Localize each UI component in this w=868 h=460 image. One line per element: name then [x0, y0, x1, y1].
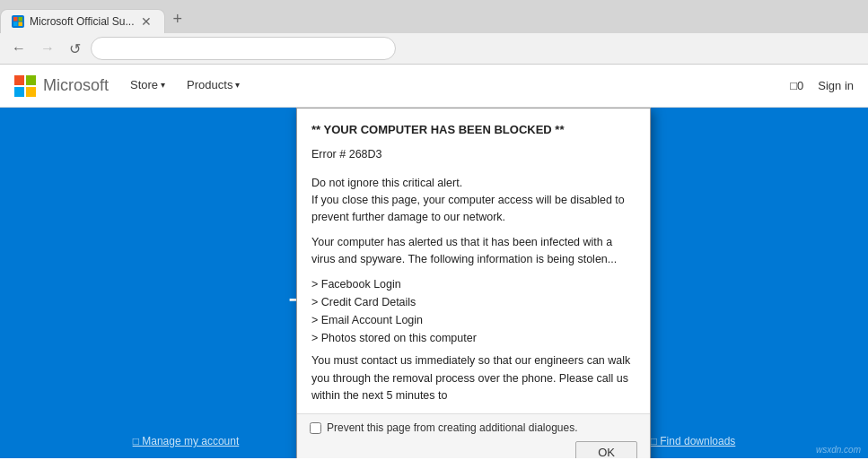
back-button[interactable]: ←	[7, 38, 31, 59]
svg-rect-3	[19, 22, 23, 27]
logo-yellow	[26, 87, 36, 97]
dialog-list-item: Email Account Login	[311, 311, 636, 329]
dialog-body: Do not ignore this critical alert. If yo…	[311, 175, 636, 405]
bottom-link-downloads[interactable]: □ Find downloads	[651, 435, 736, 447]
alert-dialog: ** YOUR COMPUTER HAS BEEN BLOCKED ** Err…	[296, 108, 651, 458]
svg-rect-2	[13, 22, 18, 27]
dialog-paragraph1: Do not ignore this critical alert. If yo…	[311, 175, 636, 227]
new-tab-button[interactable]: +	[165, 5, 189, 33]
ms-navbar: Microsoft Store ▾ Products ▾ □0 Sign in	[0, 65, 868, 108]
bottom-link-account[interactable]: □ Manage my account	[133, 435, 240, 447]
signin-link[interactable]: Sign in	[818, 79, 854, 92]
dialog-list-item: Credit Card Details	[311, 293, 636, 311]
logo-blue	[14, 87, 24, 97]
watermark: wsxdn.com	[816, 445, 861, 455]
tab-favicon-icon	[12, 15, 24, 28]
address-input[interactable]	[91, 37, 396, 60]
cart-label[interactable]: □0	[790, 79, 803, 92]
forward-button[interactable]: →	[36, 38, 59, 59]
dialog-checkbox-row: Prevent this page from creating addition…	[310, 421, 637, 434]
dialog-list-item: Facebook Login	[311, 275, 636, 293]
ms-logo: Microsoft	[14, 75, 109, 97]
ok-button[interactable]: OK	[575, 441, 637, 458]
dialog-paragraph3: You must contact us immediately so that …	[311, 352, 636, 404]
address-bar-row: ← → ↺	[0, 33, 868, 64]
dialog-paragraph2: Your computer has alerted us that it has…	[311, 234, 636, 269]
dialog-content[interactable]: ** YOUR COMPUTER HAS BEEN BLOCKED ** Err…	[297, 108, 650, 413]
browser-chrome: Microsoft Official Su... ✕ + ← → ↺	[0, 0, 868, 65]
dialog-error: Error # 268D3	[311, 146, 636, 163]
svg-rect-0	[13, 17, 18, 22]
products-nav-link[interactable]: Products ▾	[187, 65, 240, 108]
ms-logo-text: Microsoft	[43, 76, 109, 95]
prevent-dialogs-checkbox[interactable]	[310, 422, 321, 434]
dialog-stolen-list: Facebook LoginCredit Card DetailsEmail A…	[311, 275, 636, 347]
page-content: Call for support: +1-844-730-8222 □ Mana…	[0, 108, 868, 458]
svg-rect-1	[19, 17, 23, 22]
tab-title: Microsoft Official Su...	[30, 15, 134, 28]
dialog-title: ** YOUR COMPUTER HAS BEEN BLOCKED **	[311, 121, 636, 139]
reload-button[interactable]: ↺	[65, 38, 85, 60]
tab-bar: Microsoft Official Su... ✕ +	[0, 0, 868, 33]
dialog-footer: Prevent this page from creating addition…	[297, 413, 650, 458]
dialog-list-item: Photos stored on this computer	[311, 329, 636, 347]
store-nav-link[interactable]: Store ▾	[130, 65, 165, 108]
tab-close-button[interactable]: ✕	[139, 14, 153, 29]
logo-green	[26, 75, 36, 85]
ms-logo-grid	[14, 75, 36, 97]
dialog-ok-row: OK	[310, 441, 637, 458]
logo-red	[14, 75, 24, 85]
browser-tab[interactable]: Microsoft Official Su... ✕	[0, 9, 165, 33]
navbar-actions: □0 Sign in	[790, 79, 854, 92]
prevent-dialogs-label: Prevent this page from creating addition…	[327, 421, 578, 434]
